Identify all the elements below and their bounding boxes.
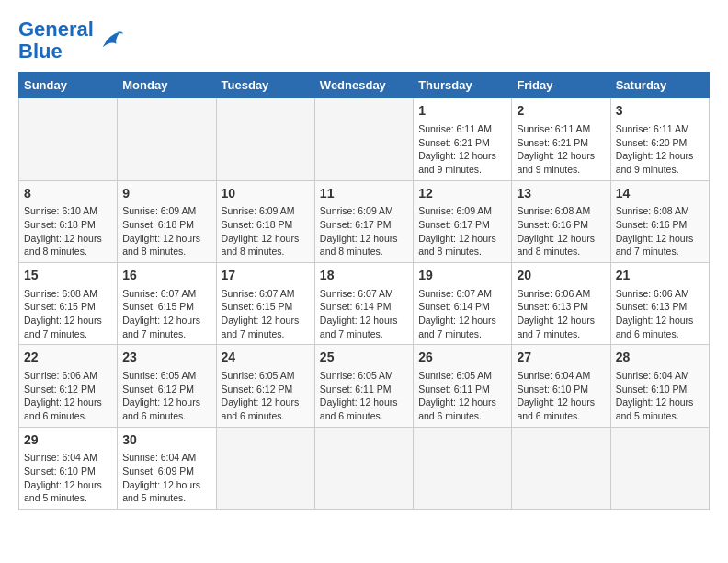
- sunrise-text: Sunrise: 6:09 AM: [320, 205, 393, 216]
- sunset-text: Sunset: 6:21 PM: [418, 137, 490, 148]
- sunrise-text: Sunrise: 6:09 AM: [222, 205, 295, 216]
- day-number: 27: [517, 349, 605, 367]
- calendar-day-cell: 8Sunrise: 6:10 AMSunset: 6:18 PMDaylight…: [19, 180, 118, 262]
- daylight-text: Daylight: 12 hours and 8 minutes.: [122, 233, 200, 258]
- page-header: GeneralBlue: [18, 18, 710, 63]
- sunset-text: Sunset: 6:11 PM: [320, 384, 392, 395]
- calendar-day-cell: 27Sunrise: 6:04 AMSunset: 6:10 PMDayligh…: [512, 345, 610, 427]
- sunset-text: Sunset: 6:14 PM: [320, 301, 392, 312]
- daylight-text: Daylight: 12 hours and 8 minutes.: [24, 233, 102, 258]
- sunset-text: Sunset: 6:14 PM: [418, 301, 490, 312]
- day-number: 21: [616, 267, 704, 285]
- sunset-text: Sunset: 6:13 PM: [517, 301, 588, 312]
- daylight-text: Daylight: 12 hours and 6 minutes.: [24, 396, 102, 421]
- calendar-day-cell: 30Sunrise: 6:04 AMSunset: 6:09 PMDayligh…: [118, 427, 216, 509]
- calendar-week-row: 8Sunrise: 6:10 AMSunset: 6:18 PMDaylight…: [19, 180, 710, 262]
- calendar-week-row: 15Sunrise: 6:08 AMSunset: 6:15 PMDayligh…: [19, 263, 710, 345]
- calendar-day-cell: 19Sunrise: 6:07 AMSunset: 6:14 PMDayligh…: [414, 263, 512, 345]
- daylight-text: Daylight: 12 hours and 5 minutes.: [24, 479, 102, 504]
- calendar-day-cell: [512, 427, 610, 509]
- sunrise-text: Sunrise: 6:05 AM: [320, 370, 393, 381]
- daylight-text: Daylight: 12 hours and 5 minutes.: [616, 396, 694, 421]
- calendar-day-cell: 25Sunrise: 6:05 AMSunset: 6:11 PMDayligh…: [314, 345, 413, 427]
- calendar-day-cell: 11Sunrise: 6:09 AMSunset: 6:17 PMDayligh…: [314, 180, 413, 262]
- calendar-day-cell: [19, 98, 118, 180]
- daylight-text: Daylight: 12 hours and 7 minutes.: [418, 315, 496, 339]
- calendar-day-cell: [610, 427, 709, 509]
- calendar-day-cell: 14Sunrise: 6:08 AMSunset: 6:16 PMDayligh…: [610, 180, 709, 262]
- sunset-text: Sunset: 6:11 PM: [418, 384, 490, 395]
- day-number: 26: [418, 349, 506, 367]
- calendar-body: 1Sunrise: 6:11 AMSunset: 6:21 PMDaylight…: [19, 98, 710, 510]
- sunset-text: Sunset: 6:18 PM: [222, 219, 293, 230]
- calendar-day-cell: 24Sunrise: 6:05 AMSunset: 6:12 PMDayligh…: [216, 345, 314, 427]
- day-number: 3: [616, 102, 704, 121]
- calendar-header-cell: Monday: [118, 73, 216, 98]
- sunrise-text: Sunrise: 6:07 AM: [222, 288, 295, 299]
- sunset-text: Sunset: 6:13 PM: [616, 301, 688, 312]
- calendar-day-cell: [216, 427, 314, 509]
- sunset-text: Sunset: 6:15 PM: [222, 301, 293, 312]
- daylight-text: Daylight: 12 hours and 8 minutes.: [418, 233, 496, 258]
- sunset-text: Sunset: 6:12 PM: [122, 384, 194, 395]
- day-number: 15: [24, 267, 112, 285]
- day-number: 28: [616, 349, 704, 367]
- calendar-day-cell: [314, 427, 413, 509]
- sunset-text: Sunset: 6:21 PM: [517, 137, 588, 148]
- day-number: 22: [24, 349, 112, 367]
- day-number: 23: [122, 349, 210, 367]
- calendar-day-cell: 26Sunrise: 6:05 AMSunset: 6:11 PMDayligh…: [414, 345, 512, 427]
- sunset-text: Sunset: 6:15 PM: [122, 301, 194, 312]
- day-number: 10: [222, 185, 310, 203]
- daylight-text: Daylight: 12 hours and 5 minutes.: [122, 479, 200, 504]
- day-number: 1: [418, 102, 506, 121]
- daylight-text: Daylight: 12 hours and 6 minutes.: [517, 396, 595, 421]
- day-number: 2: [517, 102, 605, 121]
- sunrise-text: Sunrise: 6:06 AM: [517, 288, 590, 299]
- day-number: 14: [616, 185, 704, 203]
- sunrise-text: Sunrise: 6:04 AM: [616, 370, 689, 381]
- daylight-text: Daylight: 12 hours and 9 minutes.: [418, 150, 496, 175]
- sunset-text: Sunset: 6:12 PM: [24, 384, 96, 395]
- daylight-text: Daylight: 12 hours and 8 minutes.: [320, 233, 398, 258]
- day-number: 17: [222, 267, 310, 285]
- day-number: 11: [320, 185, 408, 203]
- day-number: 13: [517, 185, 605, 203]
- sunset-text: Sunset: 6:16 PM: [517, 219, 588, 230]
- calendar-header-row: SundayMondayTuesdayWednesdayThursdayFrid…: [19, 73, 710, 98]
- day-number: 9: [122, 185, 210, 203]
- sunrise-text: Sunrise: 6:08 AM: [517, 205, 590, 216]
- sunset-text: Sunset: 6:09 PM: [122, 465, 194, 477]
- daylight-text: Daylight: 12 hours and 6 minutes.: [222, 396, 300, 421]
- day-number: 19: [418, 267, 506, 285]
- daylight-text: Daylight: 12 hours and 7 minutes.: [517, 315, 595, 339]
- calendar-day-cell: 29Sunrise: 6:04 AMSunset: 6:10 PMDayligh…: [19, 427, 118, 509]
- calendar-day-cell: 2Sunrise: 6:11 AMSunset: 6:21 PMDaylight…: [512, 98, 610, 180]
- sunrise-text: Sunrise: 6:04 AM: [517, 370, 590, 381]
- day-number: 8: [24, 185, 112, 203]
- sunset-text: Sunset: 6:18 PM: [24, 219, 96, 230]
- daylight-text: Daylight: 12 hours and 7 minutes.: [24, 315, 102, 339]
- sunset-text: Sunset: 6:15 PM: [24, 301, 96, 312]
- calendar-week-row: 22Sunrise: 6:06 AMSunset: 6:12 PMDayligh…: [19, 345, 710, 427]
- sunset-text: Sunset: 6:18 PM: [122, 219, 194, 230]
- sunset-text: Sunset: 6:10 PM: [616, 384, 688, 395]
- calendar-day-cell: [216, 98, 314, 180]
- sunrise-text: Sunrise: 6:07 AM: [122, 288, 196, 299]
- sunset-text: Sunset: 6:10 PM: [517, 384, 588, 395]
- calendar-week-row: 29Sunrise: 6:04 AMSunset: 6:10 PMDayligh…: [19, 427, 710, 509]
- daylight-text: Daylight: 12 hours and 8 minutes.: [517, 233, 595, 258]
- sunset-text: Sunset: 6:17 PM: [418, 219, 490, 230]
- sunrise-text: Sunrise: 6:07 AM: [320, 288, 393, 299]
- calendar-day-cell: 28Sunrise: 6:04 AMSunset: 6:10 PMDayligh…: [610, 345, 709, 427]
- calendar-day-cell: 9Sunrise: 6:09 AMSunset: 6:18 PMDaylight…: [118, 180, 216, 262]
- sunset-text: Sunset: 6:16 PM: [616, 219, 688, 230]
- calendar-day-cell: [118, 98, 216, 180]
- calendar-day-cell: [314, 98, 413, 180]
- daylight-text: Daylight: 12 hours and 9 minutes.: [517, 150, 595, 175]
- sunrise-text: Sunrise: 6:11 AM: [418, 123, 492, 134]
- calendar-day-cell: 13Sunrise: 6:08 AMSunset: 6:16 PMDayligh…: [512, 180, 610, 262]
- calendar-day-cell: 3Sunrise: 6:11 AMSunset: 6:20 PMDaylight…: [610, 98, 709, 180]
- daylight-text: Daylight: 12 hours and 9 minutes.: [616, 150, 694, 175]
- sunset-text: Sunset: 6:20 PM: [616, 137, 688, 148]
